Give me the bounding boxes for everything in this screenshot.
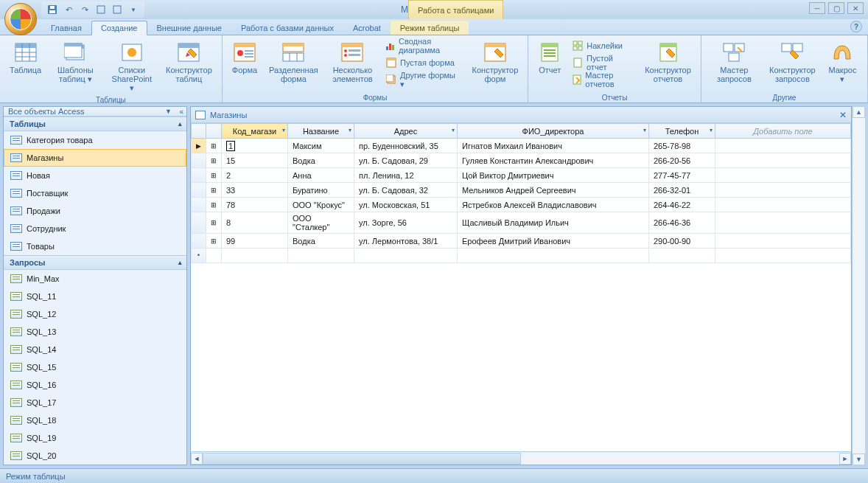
table-cell[interactable]: Водка <box>288 234 354 249</box>
table-row[interactable]: ⊞99Водкаул. Лермонтова, 38/1Ерофеев Дмит… <box>192 234 851 249</box>
nav-item[interactable]: Категория товара <box>4 131 186 149</box>
table-cell[interactable]: 266-20-56 <box>649 153 715 168</box>
table-cell[interactable]: Ерофеев Дмитрий Иванович <box>458 234 649 249</box>
btn-more-forms[interactable]: Другие формы ▾ <box>382 72 466 88</box>
close-button[interactable]: ✕ <box>847 2 864 14</box>
vertical-scrollbar[interactable]: ▲ ▼ <box>852 106 865 465</box>
nav-item[interactable]: Продажи <box>4 202 186 220</box>
nav-item[interactable]: SQL_11 <box>4 288 186 305</box>
row-selector[interactable] <box>192 153 206 168</box>
tab-home[interactable]: Главная <box>41 21 91 35</box>
nav-dropdown-icon[interactable]: ▼ <box>165 108 172 115</box>
undo-icon[interactable]: ↶ <box>62 3 75 16</box>
row-selector[interactable] <box>192 183 206 198</box>
nav-item[interactable]: Min_Max <box>4 270 186 288</box>
table-cell[interactable]: 266-32-01 <box>649 183 715 198</box>
nav-item[interactable]: SQL_14 <box>4 341 186 358</box>
table-row[interactable]: ⊞8ООО "Сталкер"ул. Зорге, 56Щасливый Вла… <box>192 212 851 234</box>
nav-item[interactable]: Товары <box>4 237 186 255</box>
expand-icon[interactable]: ⊞ <box>206 183 222 198</box>
horizontal-scrollbar[interactable]: ◄ ► <box>191 451 851 465</box>
table-cell[interactable]: Водка <box>288 153 354 168</box>
nav-section-header[interactable]: Запросы▴ <box>4 255 186 270</box>
maximize-button[interactable]: ▢ <box>828 2 844 14</box>
qat-extra2-icon[interactable] <box>111 3 124 16</box>
nav-item[interactable]: SQL_12 <box>4 305 186 323</box>
table-row[interactable]: ⊞33Буратиноул. Б. Садовая, 32Мельников А… <box>192 183 851 198</box>
btn-table[interactable]: Таблица <box>4 38 46 95</box>
btn-labels[interactable]: Наклейки <box>568 38 638 54</box>
btn-split-form[interactable]: Разделенная форма <box>264 38 323 93</box>
new-row-selector[interactable]: * <box>192 249 206 263</box>
row-selector[interactable] <box>192 198 206 212</box>
qat-customize-icon[interactable]: ▼ <box>127 3 140 16</box>
row-selector[interactable] <box>192 234 206 249</box>
expand-icon[interactable]: ⊞ <box>206 168 222 183</box>
column-header[interactable]: Название▾ <box>288 124 354 139</box>
table-cell[interactable]: ул. Московская, 51 <box>354 198 458 212</box>
nav-item[interactable]: Новая <box>4 167 186 184</box>
table-cell[interactable]: 15 <box>222 153 288 168</box>
column-header[interactable]: ФИО_директора▾ <box>458 124 649 139</box>
nav-item[interactable]: Сотрудник <box>4 220 186 237</box>
table-cell[interactable] <box>715 153 851 168</box>
column-dropdown-icon[interactable]: ▾ <box>349 127 351 133</box>
table-cell[interactable]: 2 <box>222 168 288 183</box>
nav-header[interactable]: Все объекты Access ▼ « <box>4 107 186 117</box>
table-cell[interactable]: 290-00-90 <box>649 234 715 249</box>
scroll-right-icon[interactable]: ► <box>839 453 851 465</box>
select-all-cell[interactable] <box>192 124 206 139</box>
btn-macro[interactable]: Макрос ▾ <box>822 38 863 93</box>
btn-pivot-chart[interactable]: Сводная диаграмма <box>382 38 466 54</box>
table-cell[interactable]: Ястребков Алексей Владиславович <box>458 198 649 212</box>
row-selector[interactable]: ▶ <box>192 139 206 153</box>
table-cell[interactable]: Мельников Андрей Сергеевич <box>458 183 649 198</box>
column-dropdown-icon[interactable]: ▾ <box>452 127 455 133</box>
table-cell[interactable]: пл. Ленина, 12 <box>354 168 458 183</box>
btn-multiple-items[interactable]: Несколько элементов <box>325 38 380 93</box>
table-cell[interactable] <box>715 139 851 153</box>
scroll-left-icon[interactable]: ◄ <box>191 453 203 465</box>
minimize-button[interactable]: ─ <box>809 2 825 14</box>
qat-extra1-icon[interactable] <box>94 3 108 16</box>
btn-form[interactable]: Форма <box>227 38 262 93</box>
help-button[interactable]: ? <box>850 21 862 32</box>
new-row[interactable]: * <box>192 249 851 263</box>
nav-item[interactable]: SQL_17 <box>4 394 186 411</box>
table-cell[interactable] <box>288 249 354 263</box>
table-cell[interactable] <box>354 249 458 263</box>
table-container[interactable]: Код_магази▾Название▾Адрес▾ФИО_директора▾… <box>191 123 851 451</box>
nav-item[interactable]: Поставщик <box>4 184 186 202</box>
expand-icon[interactable]: ⊞ <box>206 212 222 234</box>
table-cell[interactable]: Максим <box>288 139 354 153</box>
expand-icon[interactable]: ⊞ <box>206 234 222 249</box>
table-cell[interactable]: Цой Виктор Дмитриевич <box>458 168 649 183</box>
row-selector[interactable] <box>192 212 206 234</box>
expand-icon[interactable]: ⊞ <box>206 139 222 153</box>
table-cell[interactable] <box>458 249 649 263</box>
table-cell[interactable]: 8 <box>222 212 288 234</box>
expand-icon[interactable]: ⊞ <box>206 198 222 212</box>
table-cell[interactable] <box>222 249 288 263</box>
add-field-column[interactable]: Добавить поле <box>715 124 851 139</box>
nav-item[interactable]: SQL_13 <box>4 323 186 341</box>
table-cell[interactable]: 1 <box>222 139 288 153</box>
column-header[interactable]: Телефон▾ <box>649 124 715 139</box>
nav-item[interactable]: SQL_20 <box>4 447 186 465</box>
nav-item[interactable]: SQL_16 <box>4 376 186 394</box>
table-cell[interactable]: 33 <box>222 183 288 198</box>
btn-report-design[interactable]: Конструктор отчетов <box>640 38 696 93</box>
btn-table-design[interactable]: Конструктор таблиц <box>161 38 217 95</box>
doc-close-button[interactable]: ✕ <box>839 110 847 120</box>
btn-table-templates[interactable]: Шаблоны таблиц ▾ <box>48 38 102 95</box>
table-cell[interactable] <box>715 234 851 249</box>
btn-sharepoint-lists[interactable]: Списки SharePoint ▾ <box>105 38 159 95</box>
btn-query-wizard[interactable]: Мастер запросов <box>706 38 763 93</box>
nav-item[interactable]: SQL_15 <box>4 358 186 376</box>
table-cell[interactable]: ул. Б. Садовая, 32 <box>354 183 458 198</box>
table-cell[interactable]: Игнатов Михаил Иванович <box>458 139 649 153</box>
table-cell[interactable]: ООО "Крокус" <box>288 198 354 212</box>
table-cell[interactable]: 277-45-77 <box>649 168 715 183</box>
table-cell[interactable]: ул. Б. Садовая, 29 <box>354 153 458 168</box>
table-cell[interactable]: 78 <box>222 198 288 212</box>
